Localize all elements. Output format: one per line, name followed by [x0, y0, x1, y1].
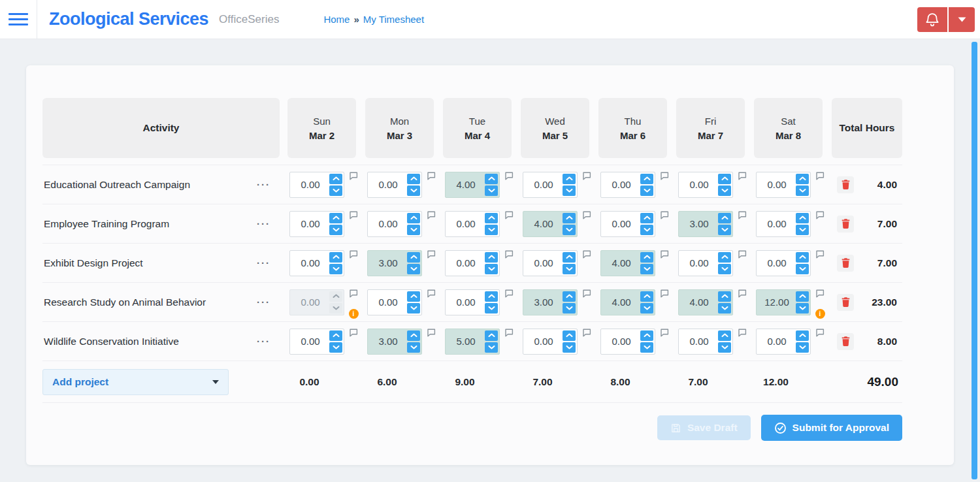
hours-input[interactable]: 0.00: [289, 172, 344, 198]
decrement-button[interactable]: [718, 225, 731, 235]
comment-icon[interactable]: [815, 211, 825, 219]
hours-input[interactable]: 0.00: [289, 289, 344, 315]
row-menu-button[interactable]: ···: [257, 336, 270, 347]
hours-input[interactable]: 0.00: [756, 172, 811, 198]
hours-input[interactable]: 4.00: [600, 250, 655, 276]
hours-input[interactable]: 0.00: [600, 329, 655, 355]
user-menu-button[interactable]: [949, 7, 975, 32]
increment-button[interactable]: [640, 174, 653, 184]
decrement-button[interactable]: [718, 264, 731, 274]
comment-icon[interactable]: [582, 172, 591, 180]
comment-icon[interactable]: [504, 172, 514, 180]
decrement-button[interactable]: [407, 264, 420, 274]
increment-button[interactable]: [718, 252, 731, 263]
decrement-button[interactable]: [329, 264, 342, 274]
comment-icon[interactable]: [738, 250, 747, 259]
increment-button[interactable]: [485, 330, 498, 341]
decrement-button[interactable]: [796, 342, 809, 353]
increment-button[interactable]: [407, 330, 420, 341]
row-menu-button[interactable]: ···: [257, 297, 270, 308]
comment-icon[interactable]: [582, 211, 591, 219]
comment-icon[interactable]: [815, 172, 825, 180]
comment-icon[interactable]: [660, 250, 669, 259]
hours-input[interactable]: 0.00: [367, 289, 422, 315]
increment-button[interactable]: [640, 213, 653, 223]
hours-input[interactable]: 4.00: [523, 211, 578, 237]
comment-icon[interactable]: [349, 211, 358, 219]
comment-icon[interactable]: [427, 250, 436, 259]
decrement-button[interactable]: [640, 264, 653, 274]
increment-button[interactable]: [563, 174, 576, 184]
increment-button[interactable]: [718, 330, 731, 341]
increment-button[interactable]: [485, 252, 498, 263]
vertical-scrollbar[interactable]: [972, 42, 977, 479]
comment-icon[interactable]: [815, 329, 825, 337]
hours-input[interactable]: 0.00: [367, 172, 422, 198]
comment-icon[interactable]: [504, 250, 514, 259]
comment-icon[interactable]: [660, 329, 669, 337]
decrement-button[interactable]: [485, 342, 498, 353]
increment-button[interactable]: [329, 213, 342, 223]
delete-row-button[interactable]: [837, 333, 854, 350]
decrement-button[interactable]: [640, 303, 653, 313]
delete-row-button[interactable]: [837, 216, 854, 233]
hours-input[interactable]: 0.00: [445, 289, 500, 315]
row-menu-button[interactable]: ···: [257, 218, 270, 229]
hours-input[interactable]: 3.00: [367, 250, 422, 276]
increment-button[interactable]: [640, 291, 653, 302]
comment-icon[interactable]: [738, 172, 747, 180]
menu-icon[interactable]: [0, 0, 37, 39]
increment-button[interactable]: [407, 174, 420, 184]
decrement-button[interactable]: [329, 185, 342, 196]
comment-icon[interactable]: [349, 250, 358, 259]
decrement-button[interactable]: [329, 342, 342, 353]
breadcrumb-home-link[interactable]: Home: [323, 14, 350, 25]
decrement-button[interactable]: [329, 225, 342, 235]
decrement-button[interactable]: [718, 342, 731, 353]
comment-icon[interactable]: [504, 211, 514, 219]
increment-button[interactable]: [329, 330, 342, 341]
comment-icon[interactable]: [815, 250, 825, 259]
increment-button[interactable]: [796, 213, 809, 223]
increment-button[interactable]: [718, 213, 731, 223]
decrement-button[interactable]: [796, 185, 809, 196]
hours-input[interactable]: 0.00: [756, 211, 811, 237]
comment-icon[interactable]: [504, 329, 514, 337]
decrement-button[interactable]: [407, 342, 420, 353]
decrement-button[interactable]: [563, 225, 576, 235]
decrement-button[interactable]: [640, 342, 653, 353]
hours-input[interactable]: 4.00: [678, 289, 733, 315]
comment-icon[interactable]: [349, 329, 358, 337]
comment-icon[interactable]: [660, 172, 669, 180]
hours-input[interactable]: 3.00: [367, 329, 422, 355]
increment-button[interactable]: [563, 291, 576, 302]
decrement-button[interactable]: [796, 303, 809, 313]
decrement-button[interactable]: [718, 185, 731, 196]
increment-button[interactable]: [485, 213, 498, 223]
breadcrumb-current-link[interactable]: My Timesheet: [363, 14, 424, 25]
comment-icon[interactable]: [427, 172, 436, 180]
increment-button[interactable]: [329, 174, 342, 184]
decrement-button[interactable]: [718, 303, 731, 313]
notification-bell-button[interactable]: [917, 7, 947, 32]
decrement-button[interactable]: [407, 225, 420, 235]
hours-input[interactable]: 0.00: [756, 250, 811, 276]
comment-icon[interactable]: [582, 250, 591, 259]
comment-icon[interactable]: [582, 329, 591, 337]
increment-button[interactable]: [329, 291, 342, 302]
comment-icon[interactable]: [349, 172, 358, 180]
comment-icon[interactable]: [815, 289, 825, 298]
comment-icon[interactable]: [660, 289, 669, 298]
increment-button[interactable]: [563, 330, 576, 341]
increment-button[interactable]: [640, 330, 653, 341]
hours-input[interactable]: 0.00: [445, 250, 500, 276]
increment-button[interactable]: [796, 291, 809, 302]
decrement-button[interactable]: [796, 264, 809, 274]
hours-input[interactable]: 0.00: [445, 211, 500, 237]
delete-row-button[interactable]: [837, 176, 854, 193]
increment-button[interactable]: [796, 174, 809, 184]
increment-button[interactable]: [563, 252, 576, 263]
increment-button[interactable]: [407, 252, 420, 263]
decrement-button[interactable]: [563, 342, 576, 353]
row-menu-button[interactable]: ···: [257, 257, 270, 268]
